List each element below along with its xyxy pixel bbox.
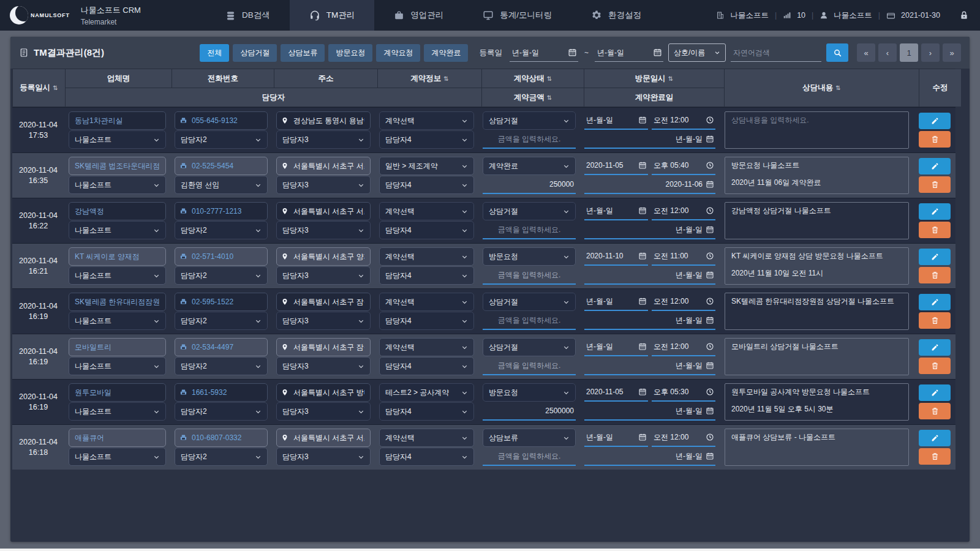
- manager4-select[interactable]: 담당자4: [379, 402, 474, 421]
- header-memo[interactable]: 상담내용⇅: [725, 69, 919, 107]
- memo-textarea[interactable]: 모바일트리 상담거절 나물소프트: [725, 338, 909, 375]
- phone-input[interactable]: [175, 338, 268, 356]
- contract-info-select[interactable]: 테스트2 > 공사계약: [379, 383, 474, 402]
- company-name-input[interactable]: [69, 202, 166, 220]
- clock-icon[interactable]: [704, 342, 715, 351]
- calendar-icon[interactable]: [704, 135, 715, 143]
- calendar-icon[interactable]: [637, 161, 648, 170]
- contract-amount-input[interactable]: [483, 225, 576, 234]
- manager3-select[interactable]: 담당자3: [276, 357, 371, 375]
- company-name-input[interactable]: [69, 157, 166, 175]
- manager2-select[interactable]: 담당자2: [175, 221, 268, 239]
- calendar-icon[interactable]: [653, 48, 663, 57]
- phone-input[interactable]: [175, 157, 268, 175]
- contract-info-select[interactable]: 계약선택: [379, 111, 474, 130]
- pagination-button[interactable]: ›: [921, 43, 940, 62]
- visit-date-input[interactable]: [584, 433, 637, 441]
- contract-amount-input[interactable]: [483, 180, 576, 189]
- pagination-button[interactable]: 1: [900, 43, 918, 62]
- manager4-select[interactable]: 담당자4: [379, 130, 474, 149]
- delete-button[interactable]: [919, 448, 951, 465]
- memo-textarea[interactable]: SK텔레콤 한유대리점장원점 상담거절 나물소프트: [725, 293, 909, 330]
- contract-info-select[interactable]: 계약선택: [379, 202, 474, 220]
- manager1-select[interactable]: 나물소프트: [69, 221, 166, 239]
- edit-button[interactable]: [919, 430, 951, 446]
- clock-icon[interactable]: [704, 116, 715, 124]
- manager4-select[interactable]: 담당자4: [379, 312, 474, 330]
- manager3-select[interactable]: 담당자3: [276, 266, 371, 285]
- calendar-icon[interactable]: [637, 116, 648, 124]
- manager1-select[interactable]: 나물소프트: [69, 266, 166, 285]
- calendar-icon[interactable]: [704, 452, 715, 460]
- company-name-input[interactable]: [69, 383, 166, 402]
- delete-button[interactable]: [919, 358, 951, 374]
- filter-button[interactable]: 상담거절: [233, 44, 277, 62]
- manager1-select[interactable]: 나물소프트: [69, 357, 166, 375]
- contract-amount-input[interactable]: [483, 271, 576, 279]
- manager2-select[interactable]: 김환영 선임: [175, 176, 268, 194]
- contract-status-select[interactable]: 상담보류: [483, 429, 576, 447]
- address-input[interactable]: [276, 338, 371, 356]
- complete-date-input[interactable]: [584, 180, 704, 189]
- address-input[interactable]: [276, 293, 371, 311]
- contract-amount-input[interactable]: [483, 316, 576, 324]
- header-contract-info[interactable]: 계약정보⇅: [378, 69, 481, 88]
- phone-input[interactable]: [175, 293, 268, 311]
- company-name-input[interactable]: [69, 293, 166, 311]
- delete-button[interactable]: [919, 131, 951, 148]
- visit-time-input[interactable]: [652, 252, 704, 260]
- phone-input[interactable]: [175, 429, 268, 447]
- delete-button[interactable]: [919, 222, 951, 238]
- reg-date-from-input[interactable]: [510, 48, 568, 57]
- header-contract-status[interactable]: 계약상태⇅: [482, 69, 584, 88]
- clock-icon[interactable]: [704, 206, 715, 215]
- manager3-select[interactable]: 담당자3: [276, 130, 371, 149]
- visit-date-input[interactable]: [584, 342, 637, 351]
- manager2-select[interactable]: 담당자2: [175, 357, 268, 375]
- address-input[interactable]: [276, 157, 371, 175]
- manager4-select[interactable]: 담당자4: [379, 266, 474, 285]
- manager1-select[interactable]: 나물소프트: [69, 448, 166, 466]
- manager4-select[interactable]: 담당자4: [379, 176, 474, 194]
- complete-date-input[interactable]: [584, 452, 704, 460]
- edit-button[interactable]: [919, 203, 951, 220]
- contract-info-select[interactable]: 일반 > 제조계약: [379, 157, 474, 175]
- edit-button[interactable]: [919, 339, 951, 356]
- calendar-icon[interactable]: [704, 225, 715, 234]
- search-input[interactable]: [731, 48, 821, 57]
- edit-button[interactable]: [919, 158, 951, 174]
- complete-date-input[interactable]: [584, 361, 704, 370]
- complete-date-input[interactable]: [584, 225, 704, 234]
- calendar-icon[interactable]: [637, 252, 648, 260]
- memo-textarea[interactable]: KT 씨케이로 양재점 상담 방문요청 나물소프트 2020년 11월 10일 …: [725, 247, 909, 285]
- clock-icon[interactable]: [704, 297, 715, 305]
- phone-input[interactable]: [175, 111, 268, 130]
- manager3-select[interactable]: 담당자3: [276, 221, 371, 239]
- complete-date-input[interactable]: [584, 407, 704, 415]
- phone-input[interactable]: [175, 202, 268, 220]
- filter-button[interactable]: 계약요청: [376, 44, 420, 62]
- filter-button[interactable]: 전체: [200, 44, 229, 62]
- visit-date-input[interactable]: [584, 252, 637, 260]
- calendar-icon[interactable]: [704, 271, 715, 279]
- edit-button[interactable]: [919, 294, 951, 310]
- delete-button[interactable]: [919, 267, 951, 283]
- pagination-button[interactable]: »: [943, 43, 961, 62]
- nav-item-stats-monitoring[interactable]: 통계/모니터링: [463, 0, 571, 31]
- edit-button[interactable]: [919, 113, 951, 129]
- visit-time-input[interactable]: [652, 161, 704, 170]
- address-input[interactable]: [276, 383, 371, 402]
- memo-textarea[interactable]: 방문요청 나물소프트 2020년 11월 06일 계약완료: [725, 157, 909, 194]
- manager2-select[interactable]: 담당자2: [175, 130, 268, 149]
- edit-button[interactable]: [919, 249, 951, 265]
- contract-info-select[interactable]: 계약선택: [379, 338, 474, 356]
- delete-button[interactable]: [919, 312, 951, 329]
- calendar-icon[interactable]: [637, 433, 648, 441]
- calendar-icon[interactable]: [637, 297, 648, 305]
- company-name-input[interactable]: [69, 247, 166, 266]
- calendar-icon[interactable]: [637, 206, 648, 215]
- nav-item-settings[interactable]: 환경설정: [571, 0, 661, 31]
- manager1-select[interactable]: 나물소프트: [69, 402, 166, 421]
- contract-status-select[interactable]: 상담거절: [483, 338, 576, 356]
- manager4-select[interactable]: 담당자4: [379, 448, 474, 466]
